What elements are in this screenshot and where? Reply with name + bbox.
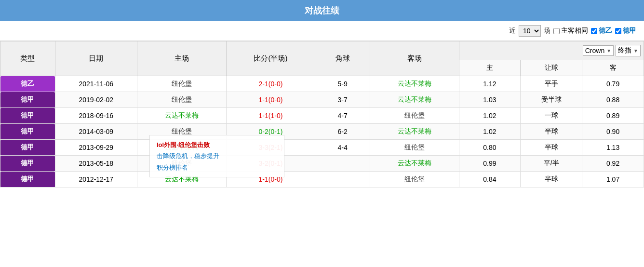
de2-checkbox-label[interactable]: 德乙: [591, 27, 612, 35]
dejia-checkbox[interactable]: [615, 28, 621, 34]
cell-type: 德乙: [0, 76, 55, 92]
cell-away: 纽伦堡: [370, 108, 459, 124]
crown-label: Crown: [585, 47, 604, 54]
cell-home: 纽伦堡: [137, 76, 227, 92]
table-row: 德甲2018-09-16云达不莱梅1-1(1-0)4-7纽伦堡1.02一球0.8…: [0, 108, 644, 124]
cell-away: 云达不莱梅: [370, 92, 459, 108]
cell-odds-away: 1.07: [582, 172, 644, 187]
table-row: 德甲2013-05-18纽伦堡3-2(0-1)云达不莱梅0.99平/半0.92: [0, 156, 644, 172]
cell-odds-home: 0.99: [459, 156, 521, 172]
cell-away: 纽伦堡: [370, 172, 459, 187]
th-odds-home: 主: [459, 60, 521, 76]
recent-select[interactable]: 10 5 20 30: [519, 25, 541, 37]
de2-label: 德乙: [599, 27, 612, 35]
cell-date: 2014-03-09: [55, 124, 137, 140]
recent-label: 近: [509, 27, 516, 35]
crown-dropdown[interactable]: Crown ▼: [583, 45, 614, 56]
th-odds-away: 客: [582, 60, 644, 76]
zhizhi-dropdown[interactable]: 终指 ▼: [616, 45, 641, 56]
cell-date: 2012-12-17: [55, 172, 137, 187]
cell-odds-handicap: 受半球: [521, 92, 582, 108]
cell-date: 2021-11-06: [55, 76, 137, 92]
cell-type: 德甲: [0, 172, 55, 187]
table-row: 德乙2021-11-06纽伦堡2-1(0-0)5-9云达不莱梅1.12平手0.7…: [0, 76, 644, 92]
cell-odds-home: 1.12: [459, 76, 521, 92]
table-row: 德甲2014-03-09纽伦堡0-2(0-1)6-2云达不莱梅1.02半球0.9…: [0, 124, 644, 140]
cell-score: 3-2(0-1): [226, 156, 315, 172]
table-row: 德甲2019-02-02纽伦堡1-1(0-0)3-7云达不莱梅1.03受半球0.…: [0, 92, 644, 108]
cell-type: 德甲: [0, 156, 55, 172]
cell-score: 2-1(0-0): [226, 76, 315, 92]
cell-home: 纽伦堡: [137, 124, 227, 140]
cell-odds-handicap: 一球: [521, 108, 582, 124]
filter-bar: 近 10 5 20 30 场 主客相同 德乙 德甲: [0, 21, 644, 41]
cell-corner: 5-9: [315, 76, 370, 92]
cell-corner: 4-4: [315, 140, 370, 156]
cell-away: 纽伦堡: [370, 140, 459, 156]
th-score: 比分(半场): [226, 41, 315, 76]
cell-odds-away: 1.13: [582, 140, 644, 156]
cell-corner: [315, 172, 370, 187]
cell-odds-away: 0.92: [582, 156, 644, 172]
cell-home: 云达不莱梅: [137, 140, 227, 156]
cell-odds-handicap: 半球: [521, 140, 582, 156]
field-label: 场: [544, 27, 550, 35]
cell-type: 德甲: [0, 92, 55, 108]
cell-away: 云达不莱梅: [370, 76, 459, 92]
cell-odds-home: 1.02: [459, 124, 521, 140]
th-type: 类型: [0, 41, 55, 76]
zhizhi-dropdown-arrow: ▼: [633, 48, 638, 53]
cell-type: 德甲: [0, 140, 55, 156]
cell-odds-handicap: 半球: [521, 172, 582, 187]
cell-score: 1-1(0-0): [226, 92, 315, 108]
page-title: 对战往绩: [305, 6, 339, 15]
th-date: 日期: [55, 41, 137, 76]
th-away: 客场: [370, 41, 459, 76]
cell-score: 1-1(1-0): [226, 108, 315, 124]
zhizhi-label: 终指: [618, 46, 631, 55]
home-away-checkbox-label[interactable]: 主客相同: [553, 27, 588, 35]
cell-score: 0-2(0-1): [226, 124, 315, 140]
cell-odds-away: 0.90: [582, 124, 644, 140]
dejia-label: 德甲: [623, 27, 636, 35]
home-away-checkbox[interactable]: [553, 28, 560, 34]
cell-type: 德甲: [0, 124, 55, 140]
cell-odds-home: 0.80: [459, 140, 521, 156]
cell-score: 1-1(0-0): [226, 172, 315, 187]
cell-odds-away: 0.79: [582, 76, 644, 92]
crown-dropdown-arrow: ▼: [606, 48, 611, 53]
cell-corner: 6-2: [315, 124, 370, 140]
cell-odds-handicap: 半球: [521, 124, 582, 140]
table-wrapper: 类型 日期 主场 比分(半场) 角球 客场: [0, 41, 644, 187]
cell-away: 云达不莱梅: [370, 156, 459, 172]
th-home: 主场: [137, 41, 227, 76]
cell-home: 云达不莱梅: [137, 108, 227, 124]
cell-corner: 3-7: [315, 92, 370, 108]
th-corner: 角球: [315, 41, 370, 76]
cell-odds-handicap: 平手: [521, 76, 582, 92]
cell-corner: [315, 156, 370, 172]
cell-odds-home: 1.02: [459, 108, 521, 124]
cell-odds-away: 0.89: [582, 108, 644, 124]
dejia-checkbox-label[interactable]: 德甲: [615, 27, 636, 35]
cell-odds-handicap: 平/半: [521, 156, 582, 172]
th-crown-group: Crown ▼ 终指 ▼: [459, 41, 644, 60]
cell-date: 2019-02-02: [55, 92, 137, 108]
cell-home: 纽伦堡: [137, 92, 227, 108]
cell-date: 2018-09-16: [55, 108, 137, 124]
cell-corner: 4-7: [315, 108, 370, 124]
cell-home: 云达不莱梅: [137, 172, 227, 187]
home-away-label: 主客相同: [561, 27, 588, 35]
cell-odds-home: 1.03: [459, 92, 521, 108]
cell-away: 云达不莱梅: [370, 124, 459, 140]
th-odds-handicap: 让球: [521, 60, 582, 76]
table-row: 德甲2012-12-17云达不莱梅1-1(0-0)纽伦堡0.84半球1.07: [0, 172, 644, 187]
table-row: 德甲2013-09-29云达不莱梅3-3(2-1)4-4纽伦堡0.80半球1.1…: [0, 140, 644, 156]
cell-date: 2013-09-29: [55, 140, 137, 156]
title-bar: 对战往绩: [0, 0, 644, 21]
cell-odds-away: 0.88: [582, 92, 644, 108]
de2-checkbox[interactable]: [591, 28, 597, 34]
header-row: 类型 日期 主场 比分(半场) 角球 客场: [0, 41, 644, 60]
cell-home: 纽伦堡: [137, 156, 227, 172]
cell-odds-home: 0.84: [459, 172, 521, 187]
